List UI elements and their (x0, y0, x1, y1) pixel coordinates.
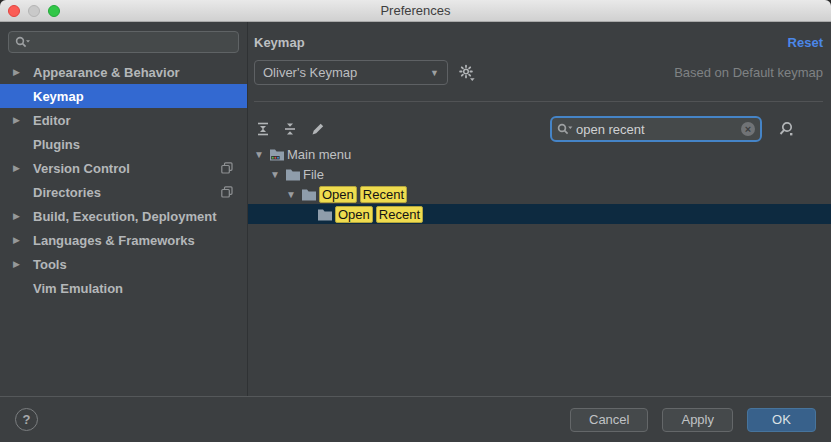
chevron-right-icon: ▶ (13, 211, 33, 221)
edit-shortcut-button[interactable] (309, 121, 325, 137)
header-separator (254, 101, 823, 102)
chevron-right-icon: ▶ (13, 115, 33, 125)
sidebar-item-editor[interactable]: ▶ Editor (0, 108, 247, 132)
pencil-icon (310, 122, 325, 137)
folder-icon (301, 187, 317, 201)
expand-all-button[interactable] (255, 121, 271, 137)
keymap-selector-value: Oliver's Keymap (263, 65, 357, 80)
sidebar-item-build-execution-deployment[interactable]: ▶ Build, Execution, Deployment (0, 204, 247, 228)
tree-row-file[interactable]: ▼ File (248, 164, 831, 184)
project-scope-icon (221, 186, 233, 198)
sidebar-item-tools[interactable]: ▶ Tools (0, 252, 247, 276)
chevron-down-icon[interactable]: ▼ (252, 149, 269, 160)
keymap-search-box[interactable]: × (550, 116, 762, 142)
chevron-right-icon: ▶ (13, 163, 33, 173)
sidebar-search-input[interactable] (34, 35, 232, 50)
chevron-down-icon[interactable]: ▼ (284, 189, 301, 200)
actions-tree: ▼ Main menu ▼ (248, 144, 831, 396)
traffic-lights (8, 5, 60, 17)
folder-icon (317, 207, 333, 221)
settings-sidebar: ▶ Appearance & Behavior Keymap ▶ Editor … (0, 22, 247, 396)
sidebar-item-version-control[interactable]: ▶ Version Control (0, 156, 247, 180)
collapse-all-icon (283, 122, 297, 136)
folder-icon (285, 167, 301, 181)
tree-row-open-recent-selected[interactable]: OpenRecent (248, 204, 831, 224)
expand-all-icon (256, 122, 270, 136)
tree-row-main-menu[interactable]: ▼ Main menu (248, 144, 831, 164)
project-scope-icon (221, 162, 233, 174)
find-by-shortcut-button[interactable] (775, 118, 797, 140)
keymap-panel: Keymap Reset Oliver's Keymap ▼ (248, 22, 831, 396)
search-icon (15, 36, 30, 49)
window-title: Preferences (0, 3, 831, 18)
find-by-shortcut-icon (777, 120, 795, 138)
chevron-right-icon: ▶ (13, 259, 33, 269)
zoom-button[interactable] (48, 5, 60, 17)
search-match-highlight: Recent (360, 186, 407, 203)
chevron-down-icon[interactable]: ▼ (268, 169, 285, 180)
settings-nav: ▶ Appearance & Behavior Keymap ▶ Editor … (0, 60, 247, 300)
sidebar-item-vim-emulation[interactable]: Vim Emulation (0, 276, 247, 300)
collapse-all-button[interactable] (282, 121, 298, 137)
help-button[interactable]: ? (15, 408, 38, 431)
sidebar-search-box[interactable] (8, 31, 239, 53)
titlebar: Preferences (0, 0, 831, 22)
minimize-button[interactable] (28, 5, 40, 17)
keymap-selector-dropdown[interactable]: Oliver's Keymap ▼ (254, 60, 448, 85)
chevron-right-icon: ▶ (13, 235, 33, 245)
page-title: Keymap (254, 35, 305, 50)
chevron-right-icon: ▶ (13, 67, 33, 77)
sidebar-item-directories[interactable]: Directories (0, 180, 247, 204)
dialog-footer: ? Cancel Apply OK (0, 396, 831, 442)
help-icon: ? (23, 412, 31, 427)
search-icon (557, 123, 573, 136)
search-match-highlight: Open (335, 206, 373, 223)
chevron-down-icon: ▼ (430, 68, 439, 78)
preferences-window: Preferences ▶ Appearance & Behavior (0, 0, 831, 442)
ok-button[interactable]: OK (747, 408, 816, 432)
sidebar-item-plugins[interactable]: Plugins (0, 132, 247, 156)
tree-row-open-recent[interactable]: ▼ OpenRecent (248, 184, 831, 204)
sidebar-item-keymap[interactable]: Keymap (0, 84, 247, 108)
gear-icon (458, 64, 476, 82)
reset-link[interactable]: Reset (788, 35, 823, 50)
keymap-search-input[interactable] (576, 122, 741, 137)
sidebar-item-appearance-behavior[interactable]: ▶ Appearance & Behavior (0, 60, 247, 84)
apply-button[interactable]: Apply (662, 408, 733, 432)
close-button[interactable] (8, 5, 20, 17)
search-match-highlight: Open (319, 186, 357, 203)
search-match-highlight: Recent (376, 206, 423, 223)
keymap-settings-button[interactable] (457, 63, 477, 83)
based-on-label: Based on Default keymap (674, 65, 823, 80)
main-menu-icon (269, 147, 285, 161)
sidebar-item-languages-frameworks[interactable]: ▶ Languages & Frameworks (0, 228, 247, 252)
clear-search-icon[interactable]: × (741, 122, 755, 136)
cancel-button[interactable]: Cancel (570, 408, 648, 432)
